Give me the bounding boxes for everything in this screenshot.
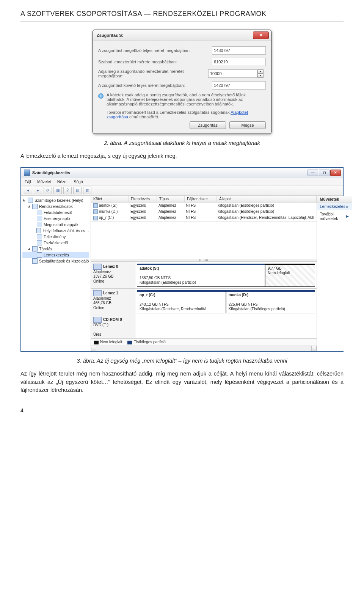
tree-item[interactable]: Teljesítmény (22, 234, 89, 240)
tree-item-label: Teljesítmény (44, 234, 66, 239)
col-status[interactable]: Állapot (217, 196, 317, 202)
shrink-after-label: A zsugorítást követő teljes méret megabá… (98, 83, 212, 88)
tree-item[interactable]: Eseménynapló (22, 215, 89, 222)
tree-item[interactable]: Feladatütemező (22, 209, 89, 215)
info-text-2b: című témakörét. (129, 115, 159, 119)
volume-row[interactable]: munka (D:)EgyszerűAlaplemezNTFSKifogásta… (91, 209, 317, 215)
tree-item-label: Lemezkezelés (44, 253, 69, 257)
close-button[interactable]: ✕ (330, 170, 341, 176)
col-fs[interactable]: Fájlrendszer (185, 196, 217, 202)
mmc-titlebar: Számítógép-kezelés — ◻ ✕ (21, 168, 343, 178)
tree-item[interactable]: ◢Tárolás (22, 246, 89, 252)
tree-item-label: Szolgáltatások és kiszolgáló (39, 259, 89, 263)
forward-icon[interactable]: ► (34, 187, 42, 194)
disk-icon (93, 290, 102, 296)
volume-list-header: Kötet Elrendezés Típus Fájlrendszer Álla… (91, 196, 317, 203)
tree-node-icon (32, 204, 38, 209)
tree-item[interactable]: Szolgáltatások és kiszolgáló (22, 258, 89, 264)
menu-action[interactable]: Művelet (37, 179, 51, 184)
heading-rule (20, 22, 344, 22)
volume-icon (93, 209, 98, 214)
views-icon[interactable]: ▦ (53, 187, 62, 194)
tree-item[interactable]: ◢Rendszereszközök (22, 203, 89, 209)
menu-help[interactable]: Súgó (74, 179, 83, 184)
menu-view[interactable]: Nézet (57, 179, 67, 184)
page-number: 4 (20, 407, 344, 413)
tree-item-label: Helyi felhasználók és cs… (42, 228, 89, 233)
disk-row[interactable]: Lemez 1Alaplemez465,76 GBOnlineop_r (C:)… (91, 288, 317, 315)
disk-partition[interactable]: munka (D:)225,64 GB NTFSKifogástalan (El… (226, 290, 315, 313)
disk-legend: Nem lefoglaltElsődleges partíció (91, 338, 317, 345)
actions-more[interactable]: További műveletek ▶ (317, 210, 352, 222)
refresh-icon[interactable]: ⟳ (44, 187, 52, 194)
disk-row-cdrom[interactable]: CD-ROM 0 DVD (E:) Üres (91, 315, 317, 339)
toolbar-icon[interactable]: ▥ (83, 187, 91, 194)
disk-row[interactable]: Lemez 0Alaplemez1397,26 GBOnlineadatok (… (91, 262, 317, 288)
close-button[interactable]: ✕ (253, 31, 269, 39)
figure-1-caption: 2. ábra. A zsugorítással alakítunk ki he… (20, 140, 344, 146)
cancel-button[interactable]: Mégse (229, 121, 266, 129)
actions-header: Műveletek (317, 196, 352, 203)
minimize-button[interactable]: — (308, 170, 318, 176)
shrink-dialog: Zsugorítás S: ✕ A zsugorítást megelőző t… (93, 30, 271, 134)
tree-node-icon (32, 258, 38, 264)
mmc-window: Számítógép-kezelés — ◻ ✕ Fájl Művelet Né… (20, 167, 344, 352)
legend-item: Nem lefoglalt (94, 340, 122, 344)
actions-section[interactable]: Lemezkezelés ▲ (317, 203, 352, 210)
tree-item-label: Számítógép-kezelés (Helyi) (35, 198, 83, 203)
spin-buttons[interactable]: ▲▼ (257, 69, 264, 78)
tree-node-icon (36, 228, 41, 233)
paragraph-2: Az így létrejött terület még nem hasznos… (20, 370, 344, 395)
tree-item[interactable]: Megosztott mappák (22, 222, 89, 228)
tree-item-label: Rendszereszközök (39, 204, 73, 209)
col-type[interactable]: Típus (157, 196, 185, 202)
tree-node-icon (28, 198, 33, 203)
menu-file[interactable]: Fájl (25, 179, 31, 184)
cdrom-title: CD-ROM 0 (103, 318, 122, 322)
mmc-toolbar: ◄ ► ⟳ ▦ ? ▤ ▥ (21, 185, 343, 196)
actions-section-label: Lemezkezelés (320, 204, 345, 209)
volume-row[interactable]: adatok (S:)EgyszerűAlaplemezNTFSKifogást… (91, 203, 317, 209)
shrink-button[interactable]: Zsugorítás (190, 121, 226, 129)
chevron-up-icon: ▲ (345, 204, 349, 208)
volume-row[interactable]: op_r (C:)EgyszerűAlaplemezNTFSKifogástal… (91, 215, 317, 221)
tree-node-icon (37, 222, 42, 227)
cdrom-icon (93, 317, 102, 323)
tree-item[interactable]: Helyi felhasználók és cs… (22, 228, 89, 234)
info-icon: i (98, 93, 104, 99)
disk-partition[interactable]: 9,77 GBNem lefoglalt (265, 264, 315, 287)
shrink-before-value: 1430797 (212, 46, 266, 55)
col-volume[interactable]: Kötet (91, 196, 129, 202)
tree-node-icon (37, 216, 42, 221)
mmc-title-text: Számítógép-kezelés (32, 170, 70, 175)
splitter[interactable] (91, 259, 317, 262)
maximize-button[interactable]: ◻ (319, 170, 329, 176)
disk-partition[interactable]: op_r (C:)240,12 GB NTFSKifogástalan (Ren… (137, 290, 226, 313)
col-layout[interactable]: Elrendezés (129, 196, 157, 202)
shrink-amount-input[interactable]: 10000 (208, 69, 257, 78)
tree-item[interactable]: Eszközkezelő (22, 240, 89, 246)
toolbar-icon[interactable]: ▤ (73, 187, 82, 194)
info-text-1: A kötetek csak addig a pontig zsugorítha… (107, 93, 266, 106)
tree-item[interactable]: ◣Számítógép-kezelés (Helyi) (22, 197, 89, 203)
mmc-app-icon (24, 170, 30, 176)
shrink-before-label: A zsugorítást megelőző teljes méret mega… (98, 48, 212, 53)
tree-item[interactable]: Lemezkezelés (22, 252, 89, 258)
tree-item-label: Eseménynapló (44, 216, 70, 221)
mmc-menubar: Fájl Művelet Nézet Súgó (21, 178, 343, 185)
volume-icon (93, 203, 98, 208)
mmc-tree: ◣Számítógép-kezelés (Helyi)◢Rendszereszk… (21, 196, 91, 351)
back-icon[interactable]: ◄ (24, 187, 32, 194)
help-icon[interactable]: ? (63, 187, 72, 194)
tree-node-icon (32, 246, 38, 251)
cdrom-state: Üres (93, 332, 101, 336)
paragraph-1: A lemezkezelő a lemezt megosztja, s egy … (20, 152, 344, 160)
shrink-after-value: 1420797 (212, 81, 266, 90)
h-scrollbar[interactable] (91, 346, 317, 351)
legend-swatch (127, 341, 132, 344)
actions-more-label: További műveletek (320, 212, 346, 221)
dialog-titlebar: Zsugorítás S: ✕ (93, 30, 271, 41)
page-heading: A SZOFTVEREK CSOPORTOSÍTÁSA — RENDSZERKÖ… (20, 10, 344, 18)
disk-partition[interactable]: adatok (S:)1387,50 GB NTFSKifogástalan (… (137, 264, 265, 287)
volume-icon (93, 216, 98, 220)
